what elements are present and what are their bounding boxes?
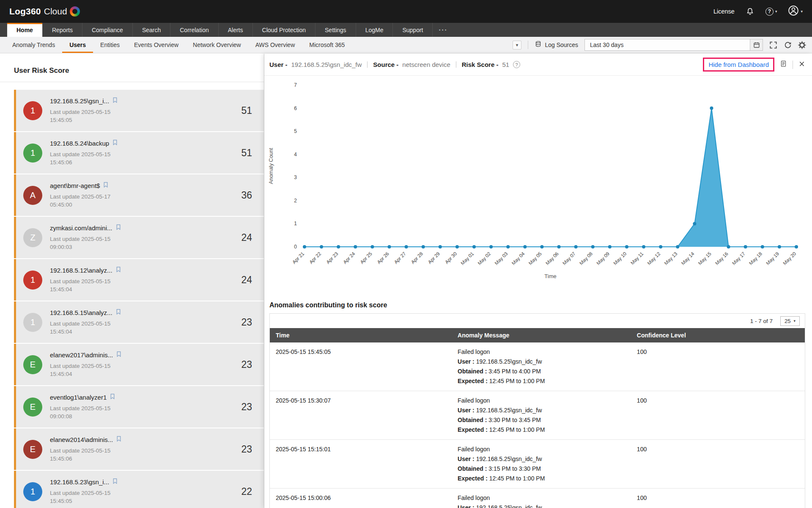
log-sources-button[interactable]: Log Sources [535,41,578,49]
subnav-tab[interactable]: Anomaly Trends [5,37,62,53]
license-link[interactable]: License [713,8,735,15]
settings-gear-icon[interactable] [798,41,806,49]
risk-score-value: 24 [241,274,252,286]
user-risk-item[interactable]: 1 192.168.5.15\analyz... Last update 202… [14,301,264,343]
bookmark-icon[interactable] [116,266,121,274]
subnav-tab[interactable]: Network Overview [186,37,248,53]
subnav-tab[interactable]: Events Overview [127,37,186,53]
anomaly-message-line: Expected : 12:45 PM to 1:00 PM [458,425,625,435]
anomaly-message-line: User : 192.168.5.25\gsn_idc_fw [458,406,625,415]
bookmark-icon[interactable] [116,309,121,317]
user-risk-item[interactable]: Z zymkasi.com/admini... Last update 2025… [14,217,264,258]
svg-text:May 16: May 16 [714,251,729,266]
anomaly-message-line: Failed logon [458,396,625,406]
pagination-range: 1 - 7 of 7 [750,318,773,324]
last-update-time: 15:45:06 [50,158,241,166]
close-icon[interactable] [798,61,805,69]
user-risk-item[interactable]: E elanew2014\adminis... Last update 2025… [14,428,264,470]
risk-score-help-icon[interactable]: ? [513,61,520,68]
refresh-icon[interactable] [784,41,792,49]
anomaly-message-line: Obtained : 3:45 PM to 4:00 PM [458,367,625,376]
svg-text:May 18: May 18 [748,251,763,266]
nav-tab[interactable]: Search [133,23,170,37]
nav-tab[interactable]: Reports [43,23,82,37]
subnav-tab[interactable]: Microsoft 365 [302,37,352,53]
help-menu[interactable]: ? ▾ [765,8,777,16]
user-risk-info: 192.168.5.23\gsn_i... Last update 2025-0… [50,478,241,505]
user-risk-item[interactable]: 1 192.168.5.12\analyz... Last update 202… [14,259,264,301]
user-avatar: E [23,398,42,417]
user-risk-info: 192.168.5.15\analyz... Last update 2025-… [50,309,241,336]
svg-text:Apr 24: Apr 24 [342,251,356,265]
nav-tab[interactable]: Settings [315,23,356,37]
nav-tab[interactable]: LogMe [356,23,393,37]
svg-text:May 07: May 07 [562,251,576,266]
date-range-input[interactable]: Last 30 days [584,39,763,51]
anomaly-message: Failed logonUser : 192.168.5.25\gsn_idc_… [452,342,631,391]
nav-tab[interactable]: Compliance [82,23,133,37]
subnav-tab[interactable]: Entities [93,37,127,53]
svg-text:Apr 27: Apr 27 [393,251,407,265]
page-size-select[interactable]: 25 ▾ [780,316,800,326]
user-value: 192.168.5.25\gsn_idc_fw [291,61,362,68]
user-risk-item[interactable]: E eventlog1\analyzer1 Last update 2025-0… [14,386,264,428]
user-risk-item[interactable]: 1 192.168.5.23\gsn_i... Last update 2025… [14,471,264,508]
user-risk-item[interactable]: E elanew2017\adminis... Last update 2025… [14,344,264,385]
nav-tab[interactable]: Support [393,23,433,37]
bookmark-icon[interactable] [112,478,118,486]
chevron-down-icon: ▾ [775,9,777,14]
subnav-tab[interactable]: Users [62,37,93,53]
chevron-down-icon: ▾ [801,9,803,14]
nav-tab[interactable]: Correlation [170,23,218,37]
anomaly-trend-chart-svg: 01234567Apr 21Apr 22Apr 23Apr 24Apr 25Ap… [264,76,812,294]
risk-score-value: 23 [241,317,252,328]
nav-more-button[interactable]: ··· [433,23,453,37]
bookmark-icon[interactable] [116,351,121,359]
fullscreen-icon[interactable] [769,41,777,49]
last-update-date: Last update 2025-05-15 [50,277,241,285]
user-avatar: 1 [23,482,42,501]
nav-tab[interactable]: Home [7,23,43,37]
bookmark-icon[interactable] [110,393,115,401]
subnav-overflow-caret[interactable]: ▾ [513,41,522,50]
bookmark-icon[interactable] [116,436,121,444]
user-risk-item[interactable]: 1 192.168.5.25\gsn_i... Last update 2025… [14,90,264,131]
user-name: elanew2014\adminis... [50,436,113,443]
user-risk-info: 192.168.5.12\analyz... Last update 2025-… [50,266,241,293]
user-name: zymkasi.com/admini... [50,224,112,232]
user-risk-item[interactable]: 1 192.168.5.24\backup Last update 2025-0… [14,132,264,174]
calendar-icon[interactable] [750,39,763,50]
source-label: Source - [373,61,398,68]
hide-from-dashboard-link[interactable]: Hide from Dashboard [703,58,774,72]
nav-tab[interactable]: Cloud Protection [253,23,316,37]
anomaly-trend-chart[interactable]: 01234567Apr 21Apr 22Apr 23Apr 24Apr 25Ap… [264,76,812,295]
bookmark-icon[interactable] [116,224,121,232]
anomaly-message-line: User : 192.168.5.25\gsn_idc_fw [458,357,625,367]
user-risk-item[interactable]: A agent\bmr-agent$ Last update 2025-05-1… [14,174,264,216]
logo-text-bold: Log360 [9,6,41,17]
subnav-tab[interactable]: AWS Overview [248,37,302,53]
last-update-date: Last update 2025-05-15 [50,489,241,497]
user-name: 192.168.5.24\backup [50,140,109,147]
svg-text:3: 3 [294,174,297,180]
bookmark-icon[interactable] [112,97,118,105]
report-document-icon[interactable] [780,60,787,69]
last-update-date: Last update 2025-05-15 [50,404,241,412]
account-menu[interactable]: ▾ [788,5,803,18]
last-update-time: 09:00:08 [50,412,241,420]
notifications-bell-icon[interactable] [746,7,754,16]
anomaly-confidence: 100 [631,489,805,508]
anomaly-confidence: 100 [631,440,805,489]
chevron-down-icon: ▾ [793,319,796,323]
svg-text:0: 0 [294,244,297,250]
bookmark-icon[interactable] [112,139,118,147]
divider [528,41,528,49]
app-logo[interactable]: Log360 Cloud [9,6,80,17]
svg-text:May 09: May 09 [595,251,610,266]
dashboard-subnav: Anomaly TrendsUsersEntitiesEvents Overvi… [0,37,812,53]
nav-tab[interactable]: Alerts [219,23,253,37]
user-name: 192.168.5.25\gsn_i... [50,97,109,105]
detail-header-actions: Hide from Dashboard [703,58,805,72]
user-name: 192.168.5.15\analyz... [50,309,112,316]
bookmark-icon[interactable] [103,182,108,190]
